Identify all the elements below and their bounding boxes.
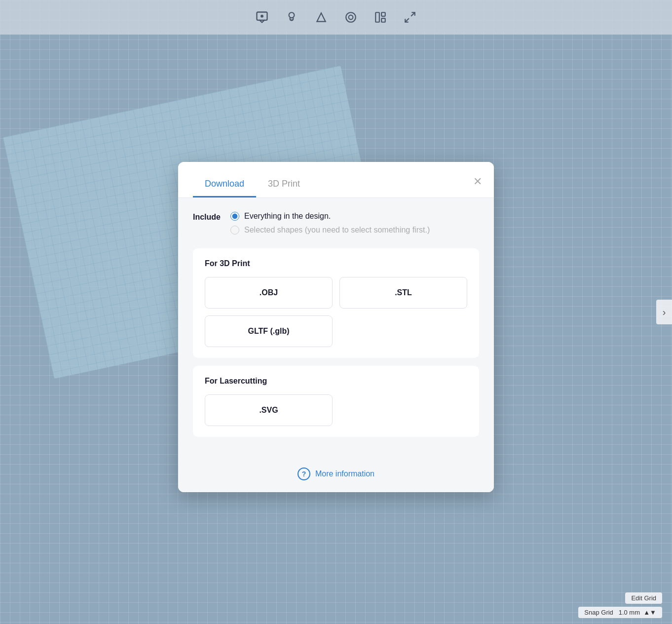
- include-label: Include: [193, 212, 221, 222]
- tab-3d-print[interactable]: 3D Print: [256, 172, 312, 197]
- close-button[interactable]: ✕: [473, 176, 482, 187]
- btn-stl[interactable]: .STL: [339, 277, 467, 309]
- radio-options: Everything in the design. Selected shape…: [230, 212, 430, 234]
- include-row: Include Everything in the design. Select…: [193, 212, 479, 234]
- btn-obj[interactable]: .OBJ: [205, 277, 333, 309]
- radio-selected[interactable]: Selected shapes (you need to select some…: [230, 226, 430, 234]
- modal-body: Include Everything in the design. Select…: [178, 198, 494, 459]
- more-info-link[interactable]: ? More information: [298, 468, 374, 480]
- btn-gltf[interactable]: GLTF (.glb): [205, 315, 333, 347]
- download-modal: Download 3D Print ✕ Include Everything i…: [178, 162, 494, 492]
- section-lasercutting: For Lasercutting .SVG: [193, 366, 479, 437]
- tab-download[interactable]: Download: [193, 172, 256, 197]
- section-lasercutting-title: For Lasercutting: [205, 377, 467, 386]
- modal-overlay: Download 3D Print ✕ Include Everything i…: [0, 0, 672, 624]
- radio-selected-input[interactable]: [230, 226, 239, 234]
- format-buttons-3d: .OBJ .STL GLTF (.glb): [205, 277, 467, 347]
- radio-everything-input[interactable]: [230, 212, 239, 221]
- section-3d-print-title: For 3D Print: [205, 259, 467, 268]
- question-icon: ?: [298, 468, 310, 480]
- radio-everything-label: Everything in the design.: [244, 212, 331, 221]
- modal-footer: ? More information: [178, 459, 494, 492]
- btn-svg[interactable]: .SVG: [205, 394, 333, 426]
- radio-everything[interactable]: Everything in the design.: [230, 212, 430, 221]
- section-3d-print: For 3D Print .OBJ .STL GLTF (.glb): [193, 248, 479, 358]
- more-info-label: More information: [315, 469, 374, 478]
- format-buttons-laser: .SVG: [205, 394, 467, 426]
- radio-selected-label: Selected shapes (you need to select some…: [244, 226, 430, 234]
- modal-header: Download 3D Print ✕: [178, 162, 494, 197]
